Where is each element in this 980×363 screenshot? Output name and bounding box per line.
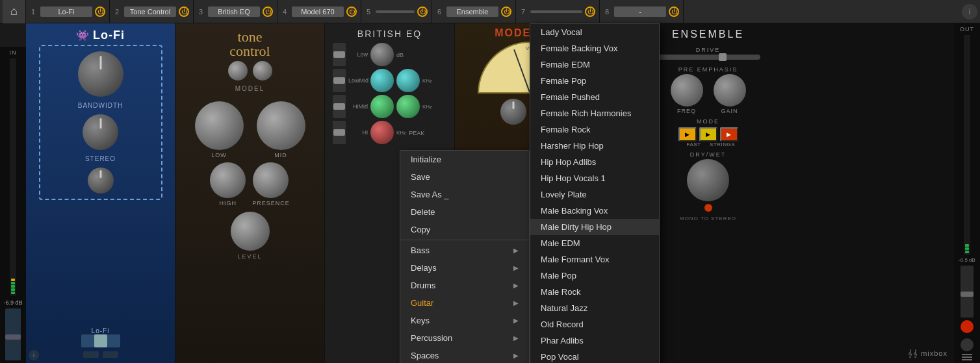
ctx-save[interactable]: Save — [400, 168, 529, 186]
slot-1-power[interactable]: ⏻ — [95, 6, 105, 17]
slot-3-power[interactable]: ⏻ — [263, 6, 273, 17]
sub-female-rock[interactable]: Female Rock — [530, 121, 659, 138]
slot-6: 6 Ensemble ⏻ — [433, 0, 516, 23]
ensemble-drywet-knob[interactable] — [687, 159, 729, 201]
ctx-percussion[interactable]: Percussion ▶ — [400, 329, 529, 347]
ctx-copy[interactable]: Copy — [400, 221, 529, 238]
eq-himid-slider-handle[interactable] — [333, 103, 345, 110]
eq-lowmid-freq-knob[interactable] — [370, 69, 394, 92]
slot-5-power[interactable]: ⏻ — [417, 6, 428, 17]
sub-female-edm[interactable]: Female EDM — [530, 56, 659, 73]
lofi-extra-knob[interactable] — [88, 168, 114, 194]
right-fader[interactable] — [961, 266, 974, 318]
ensemble-drive-handle[interactable] — [719, 53, 727, 61]
sub-male-edm[interactable]: Male EDM — [530, 235, 659, 251]
left-fader[interactable] — [5, 308, 21, 360]
lofi-btn-2[interactable] — [103, 351, 118, 358]
slot-2-power[interactable]: ⏻ — [179, 6, 189, 17]
eq-hi-slider-handle[interactable] — [333, 129, 345, 136]
home-button[interactable]: ⌂ — [3, 0, 26, 23]
sub-hip-hop-vocals-1[interactable]: Hip Hop Vocals 1 — [530, 170, 659, 186]
sub-male-backing-vox[interactable]: Male Backing Vox — [530, 203, 659, 219]
slot-5-name[interactable] — [376, 10, 415, 13]
lofi-info-button[interactable]: i — [29, 350, 39, 360]
spaces-arrow-icon: ▶ — [513, 352, 519, 359]
tone-level-knob[interactable] — [231, 212, 270, 251]
tone-high-knob[interactable] — [210, 162, 246, 198]
ensemble-freq-wrap: FREQ — [671, 74, 703, 114]
slot-8-power[interactable]: ⏻ — [669, 6, 679, 17]
ctx-delays[interactable]: Delays ▶ — [400, 259, 529, 277]
eq-hi-slider[interactable] — [333, 121, 346, 144]
slot-6-power[interactable]: ⏻ — [501, 6, 511, 17]
eq-lowmid-slider[interactable] — [333, 69, 346, 92]
slot-1-name[interactable]: Lo-Fi — [40, 6, 92, 17]
lofi-fader-handle[interactable] — [94, 334, 107, 347]
sub-male-formant-vox[interactable]: Male Formant Vox — [530, 251, 659, 268]
tone-knob-low-knob[interactable] — [195, 101, 244, 150]
sub-lovely-plate[interactable]: Lovely Plate — [530, 186, 659, 203]
left-fader-handle[interactable] — [5, 334, 21, 340]
slot-7-power[interactable]: ⏻ — [585, 6, 595, 17]
sub-male-rock[interactable]: Male Rock — [530, 284, 659, 300]
ctx-guitar[interactable]: Guitar ▶ — [400, 294, 529, 312]
model670-knob-1[interactable] — [500, 99, 526, 125]
slot-3-name[interactable]: British EQ — [208, 6, 260, 17]
ctx-initialize[interactable]: Initialize — [400, 151, 529, 168]
eq-low-freq-knob[interactable] — [370, 43, 394, 66]
eq-low-slider[interactable] — [333, 43, 346, 66]
eq-hi-freq-knob[interactable] — [370, 121, 394, 144]
right-fader-handle[interactable] — [961, 292, 974, 297]
eq-himid-q-knob[interactable] — [396, 95, 420, 118]
tone-presence-knob[interactable] — [253, 162, 289, 198]
ctx-keys[interactable]: Keys ▶ — [400, 312, 529, 329]
sub-hip-hop-adlibs[interactable]: Hip Hop Adlibs — [530, 154, 659, 170]
sub-female-backing-vox[interactable]: Female Backing Vox — [530, 40, 659, 56]
ctx-delete[interactable]: Delete — [400, 203, 529, 221]
eq-low-slider-handle[interactable] — [333, 51, 345, 58]
tone-knob-model-2[interactable] — [253, 61, 272, 81]
ensemble-mode-btn-1[interactable]: ▶ — [678, 127, 697, 142]
ensemble-drive-slider[interactable] — [656, 55, 760, 60]
sub-phar-adlibs[interactable]: Phar Adlibs — [530, 332, 659, 349]
sub-old-record[interactable]: Old Record — [530, 316, 659, 332]
sub-natural-jazz[interactable]: Natural Jazz — [530, 300, 659, 316]
ensemble-mode-btn-2[interactable]: ▶ — [699, 127, 717, 142]
slot-8-name[interactable]: - — [614, 6, 666, 17]
ctx-bass[interactable]: Bass ▶ — [400, 242, 529, 259]
right-extra-knob[interactable] — [961, 338, 974, 351]
eq-lowmid-q-knob[interactable] — [396, 69, 420, 92]
sub-female-rich-harmonies[interactable]: Female Rich Harmonies — [530, 105, 659, 121]
lofi-stereo-knob[interactable] — [83, 114, 118, 150]
sub-harsher-hip-hop[interactable]: Harsher Hip Hop — [530, 138, 659, 154]
info-button[interactable]: i — [962, 4, 977, 19]
slot-2-name[interactable]: Tone Control — [124, 6, 176, 17]
sub-male-pop[interactable]: Male Pop — [530, 268, 659, 284]
ensemble-freq-knob[interactable] — [671, 74, 703, 106]
tone-knob-mid-knob[interactable] — [257, 101, 305, 150]
ensemble-mode-btn-3[interactable]: ▶ — [720, 127, 738, 142]
slot-4-power[interactable]: ⏻ — [346, 6, 357, 17]
sub-female-pop[interactable]: Female Pop — [530, 73, 659, 89]
sub-male-dirty-hip-hop[interactable]: Male Dirty Hip Hop — [530, 219, 659, 235]
lofi-btn-1[interactable] — [83, 351, 99, 358]
slot-4-name[interactable]: Model 670 — [292, 6, 344, 17]
lofi-bandwidth-knob[interactable] — [78, 51, 123, 97]
tone-secondary-knobs: HIGH PRESENCE — [210, 162, 290, 207]
tone-knob-model-1[interactable] — [228, 61, 248, 81]
eq-himid-slider[interactable] — [333, 95, 346, 118]
ensemble-gain-knob[interactable] — [714, 74, 746, 106]
ctx-drums[interactable]: Drums ▶ — [400, 277, 529, 294]
sub-lady-vocal[interactable]: Lady Vocal — [530, 24, 659, 40]
ctx-save-as[interactable]: Save As _ — [400, 186, 529, 203]
eq-lowmid-slider-handle[interactable] — [333, 77, 345, 84]
eq-band-low: Low dB — [333, 43, 446, 66]
sub-pop-vocal[interactable]: Pop Vocal — [530, 349, 659, 363]
slot-6-name[interactable]: Ensemble — [446, 6, 498, 17]
slot-7-name[interactable] — [530, 10, 582, 13]
eq-himid-freq-knob[interactable] — [370, 95, 394, 118]
right-power-button[interactable] — [961, 320, 974, 333]
lofi-fader[interactable] — [81, 334, 120, 347]
sub-female-pushed[interactable]: Female Pushed — [530, 89, 659, 105]
ctx-spaces[interactable]: Spaces ▶ — [400, 347, 529, 363]
